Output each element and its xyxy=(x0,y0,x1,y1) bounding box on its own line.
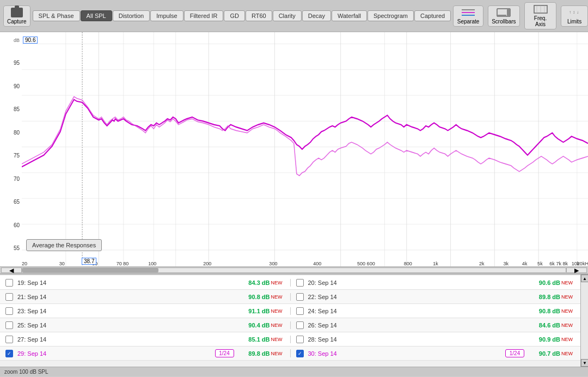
meas-check-23[interactable] xyxy=(5,307,13,315)
meas-value-25: 90.4 dB xyxy=(237,322,270,329)
separate-label: Separate xyxy=(457,19,480,25)
scrollbar-thumb[interactable] xyxy=(22,268,158,272)
limits-button[interactable]: ↑ ↕ ↓ Limits xyxy=(561,5,588,27)
tab-spl-phase[interactable]: SPL & Phase xyxy=(33,10,80,21)
scrollbars-button[interactable]: Scrollbars xyxy=(488,5,520,27)
svg-text:5k: 5k xyxy=(537,261,543,266)
scroll-up-arrow[interactable]: ▲ xyxy=(581,275,588,282)
meas-value-27: 85.1 dB xyxy=(237,336,270,343)
meas-octave-30[interactable]: 1/24 xyxy=(505,349,524,357)
meas-name-22: 22: Sep 14 xyxy=(308,294,363,300)
scroll-left-button[interactable]: ◀ xyxy=(1,267,22,273)
capture-icon xyxy=(11,8,23,17)
scrollbars-icon xyxy=(496,8,511,17)
tab-gd[interactable]: GD xyxy=(224,10,245,21)
y-label: dB xyxy=(2,38,20,43)
meas-check-26[interactable] xyxy=(296,321,304,329)
meas-name-20: 20: Sep 14 xyxy=(308,279,363,286)
separate-button[interactable]: Separate xyxy=(453,5,483,27)
svg-text:500 600: 500 600 xyxy=(357,261,375,266)
capture-button[interactable]: Capture xyxy=(3,5,30,27)
meas-check-27[interactable] xyxy=(5,336,13,343)
tab-captured[interactable]: Captured xyxy=(414,10,451,21)
meas-check-20[interactable] xyxy=(296,279,304,287)
meas-check-25[interactable] xyxy=(5,321,13,329)
svg-text:↓: ↓ xyxy=(577,10,579,15)
meas-value-20: 90.6 dB xyxy=(528,279,560,286)
meas-check-29[interactable] xyxy=(5,350,13,357)
meas-value-23: 91.1 dB xyxy=(237,308,270,314)
meas-row-2: 21: Sep 14 90.8 dB NEW 22: Sep 14 89.8 d… xyxy=(0,290,580,304)
scrollbar-track[interactable] xyxy=(22,267,566,273)
meas-name-26: 26: Sep 14 xyxy=(308,322,363,329)
meas-value-22: 89.8 dB xyxy=(528,294,560,300)
meas-new-25: NEW xyxy=(271,323,285,328)
scroll-right-button[interactable]: ▶ xyxy=(566,267,587,273)
meas-check-19[interactable] xyxy=(5,279,13,287)
meas-new-23: NEW xyxy=(271,308,285,314)
svg-text:100: 100 xyxy=(148,261,156,266)
meas-check-24[interactable] xyxy=(296,307,304,315)
tab-all-spl[interactable]: All SPL xyxy=(81,10,112,21)
meas-name-24: 24: Sep 14 xyxy=(308,308,363,314)
meas-row-4: 25: Sep 14 90.4 dB NEW 26: Sep 14 84.6 d… xyxy=(0,318,580,332)
average-responses-button[interactable]: Average the Responses xyxy=(26,239,102,251)
bottom-panel: 19: Sep 14 84.3 dB NEW 20: Sep 14 90.6 d… xyxy=(0,274,588,367)
meas-check-22[interactable] xyxy=(296,293,304,301)
horizontal-scrollbar[interactable]: ◀ ▶ xyxy=(0,266,588,274)
scroll-track-vertical[interactable] xyxy=(581,282,588,359)
value-display-box: 90.6 xyxy=(23,37,38,43)
separate-icon xyxy=(461,8,476,17)
y-90: 90 xyxy=(2,83,20,89)
tab-distortion[interactable]: Distortion xyxy=(113,10,150,21)
y-70: 70 xyxy=(2,176,20,182)
vertical-scrollbar[interactable]: ▲ ▼ xyxy=(580,275,588,367)
svg-text:70 80: 70 80 xyxy=(117,261,129,266)
meas-value-28: 90.9 dB xyxy=(528,336,560,343)
tab-waterfall[interactable]: Waterfall xyxy=(332,10,367,21)
frequency-chart[interactable]: 20 30 50 70 80 100 200 300 400 500 600 8… xyxy=(22,32,588,266)
tab-rt60[interactable]: RT60 xyxy=(246,10,272,21)
tab-impulse[interactable]: Impulse xyxy=(150,10,183,21)
meas-new-28: NEW xyxy=(561,337,575,342)
meas-value-29: 89.8 dB xyxy=(237,350,270,357)
limits-label: Limits xyxy=(567,19,581,25)
svg-text:2k: 2k xyxy=(479,261,485,266)
scroll-down-arrow[interactable]: ▼ xyxy=(581,359,588,367)
chart-container: dB 95 90 85 80 75 70 65 60 55 90.6 xyxy=(0,32,588,266)
svg-text:↕: ↕ xyxy=(573,10,575,15)
meas-check-30[interactable] xyxy=(296,350,304,357)
meas-octave-29[interactable]: 1/24 xyxy=(215,349,234,357)
svg-text:800: 800 xyxy=(404,261,412,266)
y-95: 95 xyxy=(2,60,20,66)
tab-spectrogram[interactable]: Spectrogram xyxy=(367,10,414,21)
meas-new-21: NEW xyxy=(271,294,285,300)
meas-check-21[interactable] xyxy=(5,293,13,301)
meas-name-25: 25: Sep 14 xyxy=(17,322,72,329)
scrollbars-label: Scrollbars xyxy=(492,19,516,25)
freq-axis-label: Freq. Axis xyxy=(529,15,552,27)
y-55: 55 xyxy=(2,245,20,251)
meas-name-19: 19: Sep 14 xyxy=(17,279,72,286)
freq-axis-button[interactable]: Freq. Axis xyxy=(524,2,556,29)
meas-name-29: 29: Sep 14 xyxy=(17,350,72,357)
main-toolbar: Capture SPL & Phase All SPL Distortion I… xyxy=(0,0,588,32)
meas-row-1: 19: Sep 14 84.3 dB NEW 20: Sep 14 90.6 d… xyxy=(0,276,580,290)
meas-row-6: 29: Sep 14 1/24 89.8 dB NEW 30: Sep 14 1… xyxy=(0,346,580,361)
svg-rect-15 xyxy=(22,32,588,266)
meas-new-20: NEW xyxy=(561,280,575,285)
tab-filtered-ir[interactable]: Filtered IR xyxy=(184,10,224,21)
svg-text:20kHz: 20kHz xyxy=(577,261,588,266)
meas-new-30: NEW xyxy=(561,351,575,356)
chart-inner[interactable]: 90.6 xyxy=(22,32,588,266)
tab-decay[interactable]: Decay xyxy=(302,10,331,21)
svg-text:1k: 1k xyxy=(433,261,438,266)
svg-text:20: 20 xyxy=(22,261,27,266)
meas-name-30: 30: Sep 14 xyxy=(308,350,363,357)
meas-value-24: 90.8 dB xyxy=(528,308,560,314)
tab-clarity[interactable]: Clarity xyxy=(273,10,302,21)
svg-text:4k: 4k xyxy=(522,261,528,266)
meas-check-28[interactable] xyxy=(296,336,304,343)
meas-new-29: NEW xyxy=(271,351,285,356)
meas-row-5: 27: Sep 14 85.1 dB NEW 28: Sep 14 90.9 d… xyxy=(0,332,580,346)
